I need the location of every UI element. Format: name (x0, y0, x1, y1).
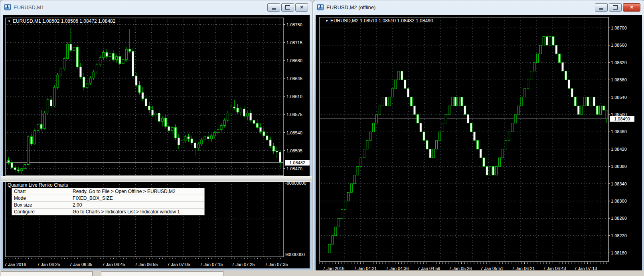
close-button[interactable]: ✕ (295, 3, 308, 12)
maximize-button[interactable] (609, 3, 622, 12)
taskbar-button[interactable] (1, 271, 93, 276)
window-eurusd-m1[interactable]: EURUSD,M1 ✕ 1.087501.087151.086801.08645… (0, 0, 312, 271)
close-icon: ✕ (300, 5, 303, 10)
window-title: EURUSD,M2 (offline) (326, 4, 375, 10)
titlebar-m2[interactable]: EURUSD,M2 (offline) ✕ (313, 0, 644, 14)
ohlc-info-line: ▼EURUSD,M1 1.08502 1.08506 1.08472 1.084… (8, 18, 115, 24)
titlebar-m1[interactable]: EURUSD,M1 ✕ (0, 0, 312, 14)
table-row: Configure Go to Charts > Indicators List… (12, 209, 204, 215)
price-axis[interactable] (284, 16, 310, 256)
table-row: Box size 2.00 (12, 202, 204, 209)
chart-menu-arrow-icon[interactable]: ▼ (8, 20, 11, 23)
minimize-button[interactable] (595, 3, 608, 12)
taskbar-button[interactable] (101, 271, 223, 276)
price-axis[interactable] (608, 16, 640, 264)
time-axis[interactable] (320, 262, 608, 272)
close-button[interactable]: ✕ (623, 3, 640, 12)
indicator-info-table: Chart Ready. Go to File > Open Offline >… (12, 188, 205, 215)
minimize-icon (599, 8, 603, 10)
ohlc-info-line: ▼EURUSD,M2 1.08510 1.08510 1.08482 1.084… (325, 18, 433, 24)
time-axis[interactable] (6, 257, 284, 268)
ohlc-values: EURUSD,M2 1.08510 1.08510 1.08482 1.0849… (330, 18, 433, 24)
chart-client-area-m1[interactable] (3, 15, 310, 268)
chart-app-icon (317, 4, 324, 10)
minimize-icon (272, 8, 276, 10)
indicator-title: Quantum Live Renko Charts (8, 182, 68, 188)
maximize-icon (613, 5, 618, 10)
ohlc-values: EURUSD,M1 1.08502 1.08506 1.08472 1.0848… (13, 18, 116, 24)
maximize-button[interactable] (281, 3, 294, 12)
chart-menu-arrow-icon[interactable]: ▼ (325, 19, 328, 23)
indicator-window-splitter[interactable] (1, 176, 312, 182)
table-row: Mode FIXED_BOX_SIZE (12, 195, 204, 202)
chart-client-area-m2[interactable] (316, 15, 642, 272)
table-row: Chart Ready. Go to File > Open Offline >… (12, 188, 204, 195)
maximize-icon (285, 5, 290, 10)
minimize-button[interactable] (267, 3, 280, 12)
close-icon: ✕ (630, 5, 633, 10)
window-eurusd-m2-offline[interactable]: EURUSD,M2 (offline) ✕ 1.087001.086601.08… (313, 0, 644, 275)
window-title: EURUSD,M1 (14, 4, 44, 10)
desktop: { "colors":{ "chart_bg":"#000000","grid"… (0, 0, 644, 276)
chart-app-icon (4, 4, 11, 10)
